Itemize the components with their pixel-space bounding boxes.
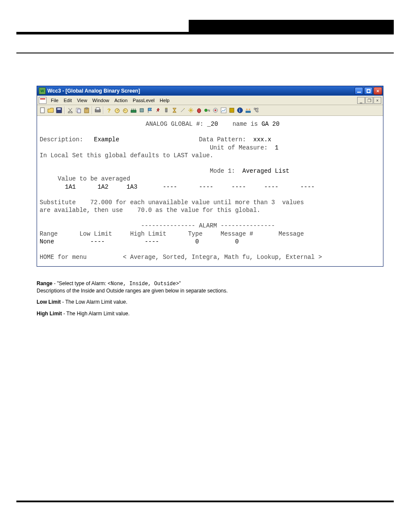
svg-rect-14: [131, 110, 136, 112]
sparkle-icon[interactable]: [187, 106, 195, 114]
people-icon[interactable]: [244, 106, 252, 114]
flag-icon[interactable]: [146, 106, 154, 114]
minimize-button[interactable]: [355, 87, 363, 95]
local-set-line: In Local Set this global defaults to LAS…: [40, 152, 213, 159]
menu-action[interactable]: Action: [112, 97, 130, 104]
mdi-minimize-button[interactable]: ‗: [357, 97, 365, 104]
lowlimit-text: - The Low Alarm Limit value.: [61, 299, 128, 305]
mdi-close-button[interactable]: ×: [374, 97, 381, 104]
record-icon[interactable]: [212, 106, 219, 114]
header-dark-band: [189, 20, 394, 32]
titlebar: W Wcc3 - [Global Analog Binary Screen] ×: [37, 86, 383, 96]
svg-rect-6: [78, 109, 81, 113]
info-icon[interactable]: i: [236, 106, 244, 114]
router-icon[interactable]: [130, 106, 137, 114]
unit-value[interactable]: 1: [275, 144, 278, 151]
svg-point-17: [197, 109, 201, 113]
menu-window[interactable]: Window: [90, 97, 112, 104]
app-icon: W: [39, 87, 46, 94]
print-icon[interactable]: [94, 106, 102, 114]
svg-point-21: [215, 109, 216, 111]
menu-edit[interactable]: Edit: [61, 97, 75, 104]
app-window: W Wcc3 - [Global Analog Binary Screen] ×…: [37, 86, 383, 267]
svg-text:i: i: [239, 108, 240, 113]
new-icon[interactable]: [39, 106, 47, 114]
highlimit-label: High Limit: [37, 311, 62, 317]
doc-text: Range - "Select type of Alarm: <None, In…: [37, 280, 381, 319]
menu-passlevel[interactable]: PassLevel: [130, 97, 157, 104]
gauge2-icon[interactable]: [121, 106, 129, 114]
svg-text:?: ?: [107, 107, 111, 113]
header-rule-thin: [16, 53, 394, 53]
hdr-num-underscore: _: [207, 121, 211, 128]
desc-label: Description:: [40, 136, 83, 143]
mode-value[interactable]: Averaged List: [243, 168, 290, 174]
desc-value[interactable]: Example: [94, 136, 119, 143]
svg-point-18: [205, 109, 207, 112]
switch-icon[interactable]: N: [203, 106, 211, 114]
flashlight-icon[interactable]: [162, 106, 170, 114]
wand-icon[interactable]: [179, 106, 187, 114]
data-pattern-label: Data Pattern:: [199, 136, 246, 143]
range-opts: None, Inside, Outside>: [111, 281, 179, 287]
help-icon[interactable]: ?: [105, 106, 113, 114]
sub-line2: are available, then use 70.0 as the valu…: [40, 207, 260, 214]
hdr-num[interactable]: 20: [211, 121, 218, 128]
footer-hint: < Average, Sorted, Integra, Math fu, Loo…: [123, 254, 322, 261]
pin-icon[interactable]: [154, 106, 162, 114]
window-title: Wcc3 - [Global Analog Binary Screen]: [47, 88, 355, 94]
close-button[interactable]: ×: [374, 87, 382, 95]
alarm-vals[interactable]: None ---- ---- 0 0: [40, 238, 239, 245]
tree-icon[interactable]: [252, 106, 260, 114]
menu-view[interactable]: View: [75, 97, 90, 104]
maximize-button[interactable]: [364, 87, 373, 95]
svg-text:N: N: [208, 109, 210, 112]
values-row[interactable]: 1A1 1A2 1A3 ---- ---- ---- ---- ----: [40, 184, 315, 190]
data-pattern-value[interactable]: xxx.x: [253, 136, 271, 143]
menubar: File Edit View Window Action PassLevel H…: [37, 96, 383, 105]
hdr-name[interactable]: GA 20: [262, 121, 280, 128]
paste-icon[interactable]: [83, 106, 90, 114]
svg-point-27: [249, 109, 250, 110]
svg-rect-22: [221, 108, 226, 113]
lowlimit-label: Low Limit: [37, 299, 61, 305]
alarm-cols: Range Low Limit High Limit Type Message …: [40, 230, 304, 237]
footer-rule: [16, 501, 394, 502]
alarm-header: --------------- ALARM ---------------: [141, 222, 275, 229]
svg-point-26: [246, 109, 248, 110]
svg-rect-2: [57, 108, 61, 110]
highlimit-text: - The High Alarm Limit value.: [62, 311, 130, 317]
svg-rect-31: [257, 111, 258, 112]
svg-rect-23: [230, 108, 234, 112]
bug-icon[interactable]: [195, 106, 203, 114]
client-area: ANALOG GLOBAL #: _20 name is GA 20 Descr…: [37, 116, 383, 266]
save-icon[interactable]: [55, 106, 63, 114]
hdr-name-label: name is: [233, 121, 258, 128]
svg-rect-28: [246, 111, 251, 113]
mode-label: Mode 1:: [210, 168, 235, 174]
chart-icon[interactable]: [220, 106, 227, 114]
svg-rect-15: [140, 109, 143, 112]
gauge-icon[interactable]: [113, 106, 121, 114]
values-label: Value to be averaged: [58, 175, 130, 182]
sub-line1: Substitute 72.000 for each unavailable v…: [40, 199, 304, 206]
stop-icon[interactable]: [228, 106, 236, 114]
range-desc: - "Select type of Alarm: <: [53, 280, 111, 286]
open-icon[interactable]: [47, 106, 55, 114]
header-rule-thick: [16, 32, 394, 34]
menu-file[interactable]: File: [48, 97, 61, 104]
menu-help[interactable]: Help: [157, 97, 172, 104]
document-icon[interactable]: [39, 97, 47, 104]
cut-icon[interactable]: [66, 106, 74, 114]
svg-rect-10: [96, 108, 100, 110]
range-label: Range: [37, 280, 53, 286]
hourglass-icon[interactable]: [171, 106, 178, 114]
copy-icon[interactable]: [75, 106, 82, 114]
footer-home: HOME for menu: [40, 254, 87, 261]
svg-rect-0: [40, 108, 44, 113]
svg-rect-8: [86, 108, 87, 109]
chip-icon[interactable]: [138, 106, 146, 114]
hdr-label: ANALOG GLOBAL #:: [146, 121, 203, 128]
mdi-restore-button[interactable]: ❐: [365, 97, 373, 104]
svg-rect-16: [165, 108, 167, 112]
